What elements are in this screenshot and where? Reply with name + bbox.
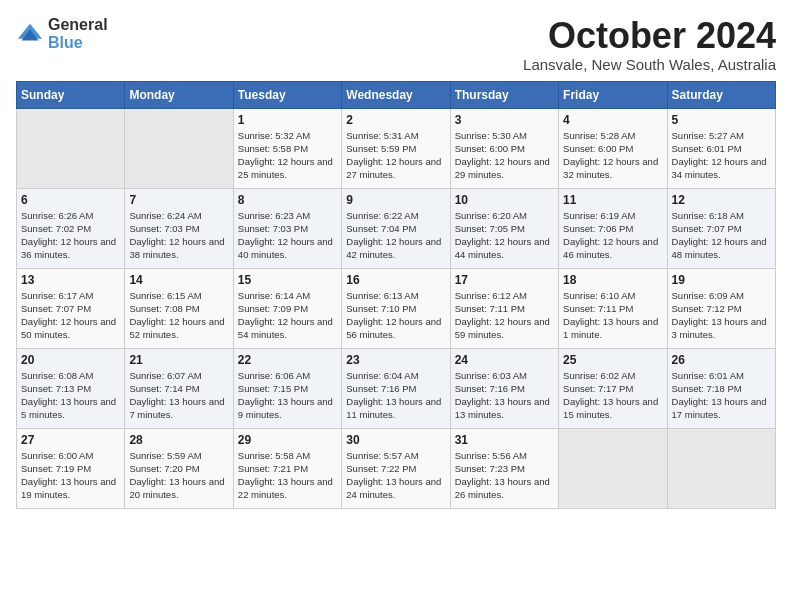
day-number: 26 <box>672 353 771 367</box>
day-info: Sunrise: 6:20 AM Sunset: 7:05 PM Dayligh… <box>455 209 554 262</box>
calendar-cell: 2Sunrise: 5:31 AM Sunset: 5:59 PM Daylig… <box>342 108 450 188</box>
week-row-4: 20Sunrise: 6:08 AM Sunset: 7:13 PM Dayli… <box>17 348 776 428</box>
day-info: Sunrise: 5:59 AM Sunset: 7:20 PM Dayligh… <box>129 449 228 502</box>
calendar-cell: 26Sunrise: 6:01 AM Sunset: 7:18 PM Dayli… <box>667 348 775 428</box>
day-info: Sunrise: 5:56 AM Sunset: 7:23 PM Dayligh… <box>455 449 554 502</box>
day-number: 6 <box>21 193 120 207</box>
day-number: 28 <box>129 433 228 447</box>
month-title: October 2024 <box>523 16 776 56</box>
day-info: Sunrise: 5:31 AM Sunset: 5:59 PM Dayligh… <box>346 129 445 182</box>
calendar-cell: 31Sunrise: 5:56 AM Sunset: 7:23 PM Dayli… <box>450 428 558 508</box>
day-info: Sunrise: 5:27 AM Sunset: 6:01 PM Dayligh… <box>672 129 771 182</box>
day-info: Sunrise: 6:03 AM Sunset: 7:16 PM Dayligh… <box>455 369 554 422</box>
day-number: 20 <box>21 353 120 367</box>
calendar-cell: 7Sunrise: 6:24 AM Sunset: 7:03 PM Daylig… <box>125 188 233 268</box>
calendar-cell <box>125 108 233 188</box>
day-info: Sunrise: 6:13 AM Sunset: 7:10 PM Dayligh… <box>346 289 445 342</box>
day-number: 4 <box>563 113 662 127</box>
calendar-cell: 15Sunrise: 6:14 AM Sunset: 7:09 PM Dayli… <box>233 268 341 348</box>
calendar-cell: 12Sunrise: 6:18 AM Sunset: 7:07 PM Dayli… <box>667 188 775 268</box>
day-number: 11 <box>563 193 662 207</box>
calendar-cell: 1Sunrise: 5:32 AM Sunset: 5:58 PM Daylig… <box>233 108 341 188</box>
day-info: Sunrise: 6:01 AM Sunset: 7:18 PM Dayligh… <box>672 369 771 422</box>
week-row-1: 1Sunrise: 5:32 AM Sunset: 5:58 PM Daylig… <box>17 108 776 188</box>
calendar-cell: 20Sunrise: 6:08 AM Sunset: 7:13 PM Dayli… <box>17 348 125 428</box>
calendar-cell: 6Sunrise: 6:26 AM Sunset: 7:02 PM Daylig… <box>17 188 125 268</box>
day-info: Sunrise: 6:17 AM Sunset: 7:07 PM Dayligh… <box>21 289 120 342</box>
day-number: 22 <box>238 353 337 367</box>
day-info: Sunrise: 6:23 AM Sunset: 7:03 PM Dayligh… <box>238 209 337 262</box>
day-info: Sunrise: 5:30 AM Sunset: 6:00 PM Dayligh… <box>455 129 554 182</box>
calendar-cell: 29Sunrise: 5:58 AM Sunset: 7:21 PM Dayli… <box>233 428 341 508</box>
day-number: 19 <box>672 273 771 287</box>
day-number: 9 <box>346 193 445 207</box>
calendar-body: 1Sunrise: 5:32 AM Sunset: 5:58 PM Daylig… <box>17 108 776 508</box>
header-day-friday: Friday <box>559 81 667 108</box>
calendar-cell: 3Sunrise: 5:30 AM Sunset: 6:00 PM Daylig… <box>450 108 558 188</box>
day-number: 5 <box>672 113 771 127</box>
day-info: Sunrise: 6:08 AM Sunset: 7:13 PM Dayligh… <box>21 369 120 422</box>
calendar-cell: 23Sunrise: 6:04 AM Sunset: 7:16 PM Dayli… <box>342 348 450 428</box>
header-row: SundayMondayTuesdayWednesdayThursdayFrid… <box>17 81 776 108</box>
logo-blue: Blue <box>48 34 83 51</box>
day-info: Sunrise: 5:57 AM Sunset: 7:22 PM Dayligh… <box>346 449 445 502</box>
day-info: Sunrise: 5:58 AM Sunset: 7:21 PM Dayligh… <box>238 449 337 502</box>
week-row-2: 6Sunrise: 6:26 AM Sunset: 7:02 PM Daylig… <box>17 188 776 268</box>
calendar-cell: 13Sunrise: 6:17 AM Sunset: 7:07 PM Dayli… <box>17 268 125 348</box>
day-number: 7 <box>129 193 228 207</box>
day-info: Sunrise: 6:06 AM Sunset: 7:15 PM Dayligh… <box>238 369 337 422</box>
day-info: Sunrise: 5:32 AM Sunset: 5:58 PM Dayligh… <box>238 129 337 182</box>
calendar-table: SundayMondayTuesdayWednesdayThursdayFrid… <box>16 81 776 509</box>
day-info: Sunrise: 6:15 AM Sunset: 7:08 PM Dayligh… <box>129 289 228 342</box>
location-title: Lansvale, New South Wales, Australia <box>523 56 776 73</box>
calendar-cell: 24Sunrise: 6:03 AM Sunset: 7:16 PM Dayli… <box>450 348 558 428</box>
day-number: 18 <box>563 273 662 287</box>
calendar-cell: 22Sunrise: 6:06 AM Sunset: 7:15 PM Dayli… <box>233 348 341 428</box>
calendar-cell: 16Sunrise: 6:13 AM Sunset: 7:10 PM Dayli… <box>342 268 450 348</box>
calendar-cell: 27Sunrise: 6:00 AM Sunset: 7:19 PM Dayli… <box>17 428 125 508</box>
week-row-3: 13Sunrise: 6:17 AM Sunset: 7:07 PM Dayli… <box>17 268 776 348</box>
day-number: 12 <box>672 193 771 207</box>
day-number: 16 <box>346 273 445 287</box>
header-day-thursday: Thursday <box>450 81 558 108</box>
day-info: Sunrise: 6:26 AM Sunset: 7:02 PM Dayligh… <box>21 209 120 262</box>
calendar-cell: 8Sunrise: 6:23 AM Sunset: 7:03 PM Daylig… <box>233 188 341 268</box>
calendar-cell <box>559 428 667 508</box>
day-info: Sunrise: 6:24 AM Sunset: 7:03 PM Dayligh… <box>129 209 228 262</box>
day-info: Sunrise: 6:09 AM Sunset: 7:12 PM Dayligh… <box>672 289 771 342</box>
day-number: 10 <box>455 193 554 207</box>
title-block: October 2024 Lansvale, New South Wales, … <box>523 16 776 73</box>
day-number: 25 <box>563 353 662 367</box>
day-info: Sunrise: 5:28 AM Sunset: 6:00 PM Dayligh… <box>563 129 662 182</box>
week-row-5: 27Sunrise: 6:00 AM Sunset: 7:19 PM Dayli… <box>17 428 776 508</box>
header-day-tuesday: Tuesday <box>233 81 341 108</box>
page-header: General Blue October 2024 Lansvale, New … <box>16 16 776 73</box>
calendar-cell <box>17 108 125 188</box>
calendar-cell: 25Sunrise: 6:02 AM Sunset: 7:17 PM Dayli… <box>559 348 667 428</box>
day-number: 21 <box>129 353 228 367</box>
calendar-cell: 14Sunrise: 6:15 AM Sunset: 7:08 PM Dayli… <box>125 268 233 348</box>
calendar-cell: 5Sunrise: 5:27 AM Sunset: 6:01 PM Daylig… <box>667 108 775 188</box>
day-info: Sunrise: 6:22 AM Sunset: 7:04 PM Dayligh… <box>346 209 445 262</box>
header-day-saturday: Saturday <box>667 81 775 108</box>
header-day-sunday: Sunday <box>17 81 125 108</box>
calendar-cell: 30Sunrise: 5:57 AM Sunset: 7:22 PM Dayli… <box>342 428 450 508</box>
calendar-cell: 18Sunrise: 6:10 AM Sunset: 7:11 PM Dayli… <box>559 268 667 348</box>
calendar-cell: 10Sunrise: 6:20 AM Sunset: 7:05 PM Dayli… <box>450 188 558 268</box>
calendar-cell: 17Sunrise: 6:12 AM Sunset: 7:11 PM Dayli… <box>450 268 558 348</box>
day-info: Sunrise: 6:02 AM Sunset: 7:17 PM Dayligh… <box>563 369 662 422</box>
day-number: 14 <box>129 273 228 287</box>
day-number: 27 <box>21 433 120 447</box>
day-info: Sunrise: 6:07 AM Sunset: 7:14 PM Dayligh… <box>129 369 228 422</box>
day-number: 13 <box>21 273 120 287</box>
day-number: 17 <box>455 273 554 287</box>
day-number: 30 <box>346 433 445 447</box>
day-number: 31 <box>455 433 554 447</box>
day-number: 15 <box>238 273 337 287</box>
calendar-cell: 28Sunrise: 5:59 AM Sunset: 7:20 PM Dayli… <box>125 428 233 508</box>
header-day-monday: Monday <box>125 81 233 108</box>
logo: General Blue <box>16 16 108 52</box>
day-info: Sunrise: 6:10 AM Sunset: 7:11 PM Dayligh… <box>563 289 662 342</box>
logo-general: General <box>48 16 108 33</box>
day-number: 1 <box>238 113 337 127</box>
